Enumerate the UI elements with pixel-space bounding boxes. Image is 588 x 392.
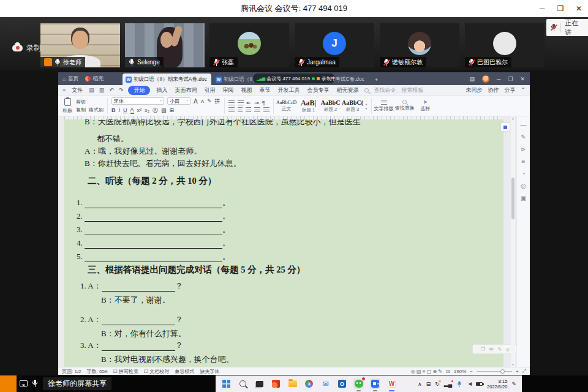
missing-font-button[interactable]: 缺失字体 [200,368,219,375]
video-tile-jargalmaa[interactable]: J Jargalmaa [295,23,374,67]
history-icon[interactable]: ◔ [521,170,525,177]
wps-close-button[interactable]: ✕ [520,76,525,82]
style-heading3[interactable]: AaBbC( 标题 3 [342,100,364,112]
undo-icon[interactable]: ↶ [109,87,114,93]
print-icon[interactable]: ▥ [99,87,105,93]
drag-handle-icon[interactable]: — [521,121,527,128]
sync-tray-icon[interactable]: ↻ [435,381,440,387]
menu-home[interactable]: 开始 [128,86,150,95]
line-spacing-button[interactable] [263,107,270,112]
start-button[interactable] [221,379,232,389]
style-heading2[interactable]: AaBbC 标题 2 [320,100,342,112]
style-heading1[interactable]: AaB| 标题 1 [298,99,320,113]
decrease-indent-button[interactable]: ⇤ [247,100,252,106]
video-tile-xulaoshi[interactable]: 徐老师 [40,23,120,67]
redo-icon[interactable]: ↷ [119,87,124,93]
pen-annotate-icon[interactable]: ✎ [521,134,526,140]
new-tab-button[interactable]: + [372,74,382,85]
menu-member[interactable]: 会员专享 [306,86,330,94]
menu-page-layout[interactable]: 页面布局 [173,86,198,94]
scrollbar-thumb[interactable] [511,178,514,219]
menu-docer-res[interactable]: 稻壳资源 [335,86,360,94]
fullscreen-icon[interactable]: ⤢ [522,368,526,374]
document-page[interactable]: B：大医院都离得比较远，学校西门外边有个社区医院，虽然比较小，但是医生 都不错。… [64,119,503,367]
pen-tray-icon[interactable]: ✎ [511,381,516,387]
shading-button[interactable]: ▨ [161,107,167,113]
vertical-scrollbar[interactable]: ▲ ▼ [511,116,515,367]
locate-icon[interactable]: ◎ [521,183,526,189]
grow-font-button[interactable]: A [194,98,198,105]
display-tray-icon[interactable]: ⊟ [426,381,431,387]
char-border-button[interactable]: ⊞ [170,107,175,113]
style-normal[interactable]: AaBbCcD 正文 [276,100,298,111]
maximize-button[interactable]: ❐ [551,0,570,17]
message-center-icon[interactable]: ▤ [469,76,475,82]
find-replace-button[interactable]: 查找替换 [394,100,415,111]
menu-dev-tools[interactable]: 开发工具 [276,86,301,94]
zoom-slider-knob[interactable] [500,369,505,374]
mail-app-button[interactable]: ✉ [320,379,331,389]
tray-expand-icon[interactable]: ∧ [418,381,422,387]
tab-close-icon[interactable]: ✕ [210,77,211,82]
collaborate-button[interactable]: 协作 [488,86,499,94]
command-search-input[interactable]: 查找命令、搜索模板 [374,86,423,94]
account-avatar[interactable] [482,75,489,83]
shrink-font-button[interactable]: A [201,99,204,104]
chrome-button[interactable] [304,379,314,389]
mic-tray-icon[interactable] [457,381,462,387]
superscript-button[interactable]: x² [137,107,142,113]
cellular-tray-icon[interactable]: ▂▄ [444,381,452,387]
scroll-up-icon[interactable]: ▲ [511,116,514,120]
paste-button[interactable]: 粘贴 [61,98,74,114]
sync-status[interactable]: 未同步 [466,86,482,94]
proofread-toggle[interactable]: ☐ 文档校对 [144,368,169,375]
battery-tray-icon[interactable] [476,382,483,386]
video-tile-selenge[interactable]: Selenge [125,23,205,67]
italic-button[interactable]: I [119,107,121,113]
wps-docer-tab[interactable]: 稻壳 [85,72,104,85]
wechat-button[interactable] [353,379,364,389]
minimize-button[interactable]: ─ [533,0,551,17]
wps-minimize-button[interactable]: ─ [497,76,500,82]
menu-review[interactable]: 审阅 [221,86,235,94]
close-button[interactable]: ✕ [570,0,588,17]
taskbar-search-button[interactable] [238,379,248,389]
share-button[interactable]: 分享 [504,86,515,94]
scroll-down-icon[interactable]: ▼ [511,363,514,366]
increase-indent-button[interactable]: ⇥ [254,100,259,106]
task-view-button[interactable] [254,379,265,389]
tencent-meeting-button[interactable] [370,379,380,389]
tools-icon[interactable]: ≡ [522,158,526,165]
font-name-select[interactable]: 宋体ˇ [111,97,164,105]
menu-file[interactable]: 文件 [70,86,84,94]
font-size-select[interactable]: 小四ˇ [167,97,190,105]
zoom-out-icon[interactable]: − [470,369,473,374]
video-tile-zhanglei[interactable]: 张磊 [209,23,289,67]
screen-share-banner[interactable]: 徐老师的屏幕共享 [43,377,111,390]
outlook-button[interactable]: O [337,379,347,389]
zoom-in-icon[interactable]: + [516,369,519,374]
view-mode-icons[interactable]: ◎ ▤ ≡ ▢ ⊕ ✎ [411,369,442,374]
numbered-list-button[interactable] [238,100,244,105]
menu-references[interactable]: 引用 [203,86,216,94]
pinyin-button[interactable]: 拼 [215,97,221,105]
select-button[interactable]: ⊳ 选择 [415,99,436,112]
volume-tray-icon[interactable] [467,382,472,386]
file-explorer-button[interactable] [287,379,298,389]
font-color-button[interactable]: A [130,107,134,114]
wps-maximize-button[interactable]: ❐ [508,76,513,82]
copy-button[interactable]: 复制 [76,107,86,113]
align-right-button[interactable] [246,107,251,112]
text-layout-button[interactable]: 文字排版 [374,100,394,112]
video-tile-nuomin[interactable]: 诺敏额尔敦 [380,23,459,67]
menu-insert[interactable]: 插入 [155,86,168,94]
cut-button[interactable]: 剪切 [76,99,86,105]
word-count[interactable]: 字数: 659 [87,368,108,375]
menu-section[interactable]: 章节 [258,86,271,94]
meeting-floating-pill[interactable]: ▁▃▅ 会议号 477 494 019 录制中 [253,74,335,83]
speaking-status-panel[interactable]: 正在讲 [546,19,588,36]
paragraph-mark-button[interactable]: ¶ [262,100,265,106]
video-tile-batu[interactable]: 巴图巴雅尔 [465,23,545,67]
clear-format-button[interactable]: ✎ [207,98,212,104]
office-app-button[interactable] [271,379,281,389]
